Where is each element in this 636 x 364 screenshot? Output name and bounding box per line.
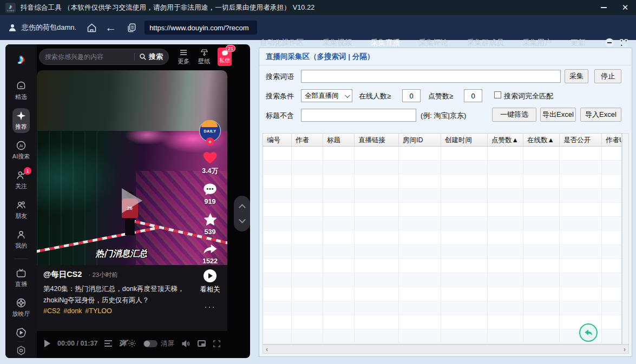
title-exclude-hint: (例: 淘宝|京东) <box>421 111 466 121</box>
pip-icon[interactable] <box>198 340 206 347</box>
column-header-1[interactable]: 作者 <box>292 134 323 146</box>
sidebar-item-cinema[interactable]: 放映厅 <box>10 295 33 320</box>
sidebar-item-live[interactable]: 直播 <box>12 266 30 290</box>
douyin-logo-icon: ♪ <box>18 52 25 66</box>
exact-match-checkbox[interactable] <box>494 91 501 98</box>
stop-button[interactable]: 停止 <box>594 69 621 83</box>
table-vertical-scrollbar[interactable] <box>622 133 629 345</box>
title-exclude-input[interactable] <box>301 109 416 122</box>
room-type-select[interactable]: 全部直播间 <box>301 89 352 102</box>
sidebar-item-profile[interactable]: 我的 <box>12 227 30 252</box>
play-overlay-icon[interactable] <box>122 188 142 213</box>
home-icon[interactable] <box>86 22 97 34</box>
star-favorite-icon[interactable] <box>202 212 218 227</box>
more-options-icon[interactable]: ··· <box>205 302 216 311</box>
wallpaper-button[interactable]: 壁纸 <box>198 49 210 65</box>
floating-back-button[interactable] <box>579 323 598 342</box>
playlist-icon[interactable] <box>104 340 112 347</box>
notification-badge: 1 <box>24 167 31 175</box>
column-header-7[interactable]: 在线数▲ <box>523 134 560 146</box>
douyin-search-input[interactable]: 搜索你感兴趣的内容 搜索 <box>39 49 169 65</box>
next-video-button[interactable] <box>239 216 246 223</box>
column-header-4[interactable]: 房间ID <box>399 134 441 146</box>
sidebar-item-mini-play[interactable]: ····· <box>13 325 29 345</box>
collapse-icon[interactable] <box>605 38 614 47</box>
play-button[interactable] <box>44 340 50 347</box>
mini-play-icon <box>16 327 27 338</box>
back-icon[interactable]: ← <box>105 22 116 33</box>
exact-match-label: 搜索词完全匹配 <box>504 91 553 101</box>
hashtag-2[interactable]: #TYLOO <box>85 307 112 315</box>
close-button[interactable]: ✕ <box>614 0 636 15</box>
action-rail: DAILY + 3.4万 919 539 1522 <box>197 120 223 272</box>
table-row <box>263 245 621 259</box>
column-header-2[interactable]: 标题 <box>323 134 355 146</box>
settings-gear-icon[interactable] <box>128 339 136 348</box>
results-table: 编号作者标题直播链接房间ID创建时间点赞数▲在线数▲是否公开作者UI <box>263 133 622 345</box>
hamburger-icon <box>179 49 188 56</box>
sidebar-item-featured[interactable]: 精选 <box>12 78 30 103</box>
star-count: 539 <box>205 228 216 236</box>
clear-screen-label: 清屏 <box>161 339 174 348</box>
likes-count-label: 点赞数≥ <box>428 91 453 101</box>
direct-message-button[interactable]: 私信 21 <box>218 48 232 66</box>
qr-code-icon[interactable] <box>619 38 628 48</box>
time-display: 00:00 / 01:37 <box>57 340 97 347</box>
fullscreen-icon[interactable] <box>213 340 221 348</box>
share-icon[interactable] <box>202 242 218 256</box>
copy-pages-icon[interactable] <box>126 22 137 33</box>
related-videos-button[interactable]: 看相关 ··· <box>196 269 224 311</box>
volume-icon[interactable] <box>181 340 191 348</box>
likes-count-input[interactable] <box>464 89 482 102</box>
author-name[interactable]: @每日CS2 <box>43 270 82 279</box>
danmaku-toggle[interactable]: 弹 <box>120 339 127 348</box>
comment-icon[interactable] <box>202 182 218 196</box>
sidebar-item-friends[interactable]: 朋友 <box>12 197 30 222</box>
douyin-search-button[interactable]: 搜索 <box>139 52 163 62</box>
column-header-5[interactable]: 创建时间 <box>441 134 488 146</box>
collect-button[interactable]: 采集 <box>565 69 588 83</box>
table-horizontal-scrollbar[interactable]: ‹ › <box>263 345 629 354</box>
table-header-row: 编号作者标题直播链接房间ID创建时间点赞数▲在线数▲是否公开作者UI <box>263 134 621 147</box>
import-excel-button[interactable]: 导入Excel <box>580 108 621 122</box>
author-avatar[interactable]: DAILY + <box>199 120 221 142</box>
one-click-filter-button[interactable]: 一键筛选 <box>492 108 536 122</box>
column-header-8[interactable]: 是否公开 <box>560 134 602 146</box>
minimize-button[interactable] <box>593 0 614 15</box>
user-icon <box>8 23 17 32</box>
scroll-right-icon[interactable]: › <box>621 346 628 353</box>
prev-video-button[interactable] <box>239 204 246 211</box>
douyin-webview: ♪ 精选推荐AiAI搜索关注1朋友我的直播放映厅····· ? 搜索你感兴趣的内… <box>5 44 250 358</box>
search-placeholder: 搜索你感兴趣的内容 <box>45 52 130 62</box>
table-row <box>263 273 621 287</box>
sidebar-item-ai-search[interactable]: AiAI搜索 <box>10 138 32 163</box>
column-header-0[interactable]: 编号 <box>263 134 292 146</box>
column-header-9[interactable]: 作者UI <box>602 134 622 146</box>
hashtag-0[interactable]: #CS2 <box>43 307 60 315</box>
column-header-3[interactable]: 直播链接 <box>355 134 399 146</box>
title-exclude-label: 标题不含 <box>266 111 294 121</box>
video-card[interactable]: 26 热门消息汇总 DAILY + 3.4万 919 539 1522 @每日C… <box>37 70 227 356</box>
hashtag-1[interactable]: #donk <box>63 307 82 315</box>
video-age: · 23小时前 <box>88 272 117 278</box>
sidebar-item-sparkle[interactable]: 推荐 <box>12 108 30 133</box>
like-heart-icon[interactable] <box>202 150 218 165</box>
search-words-input[interactable] <box>301 70 561 83</box>
export-excel-button[interactable]: 导出Excel <box>540 108 576 122</box>
scroll-left-icon[interactable]: ‹ <box>263 346 271 353</box>
sidebar-item-follow[interactable]: 关注1 <box>12 168 30 193</box>
share-count: 1522 <box>202 257 218 265</box>
wallpaper-icon <box>200 49 208 56</box>
more-menu-button[interactable]: 更多 <box>178 49 189 65</box>
ai-search-icon: Ai <box>16 140 27 151</box>
settings-icon[interactable] <box>16 345 27 356</box>
online-count-input[interactable] <box>402 89 421 102</box>
related-play-icon <box>204 269 217 282</box>
table-row <box>263 315 621 329</box>
table-row <box>263 287 621 301</box>
clear-screen-toggle[interactable] <box>143 340 158 347</box>
video-info: @每日CS2 · 23小时前 第420集：热门消息汇总，donk再度登顶天梯，z… <box>37 265 227 331</box>
follow-plus-button[interactable]: + <box>206 137 214 145</box>
column-header-6[interactable]: 点赞数▲ <box>488 134 523 146</box>
url-input[interactable] <box>145 21 257 35</box>
